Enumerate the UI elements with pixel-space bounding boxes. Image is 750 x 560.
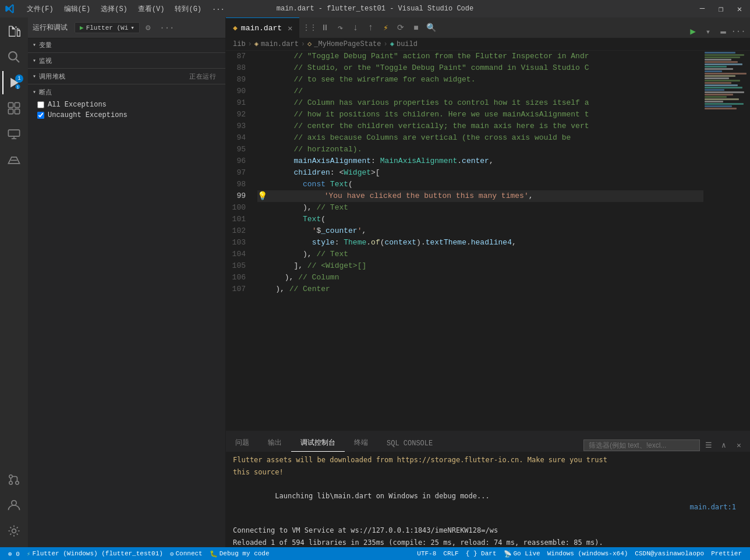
tab-close-icon[interactable]: ✕ [288,23,292,33]
restore-button[interactable]: ❐ [715,3,727,15]
bottom-panel: 问题 输出 调试控制台 终端 SQL CONSOLE ☰ ∧ ✕ Flutter… [226,431,750,547]
uncaught-exceptions-checkbox[interactable] [37,112,44,119]
debug-more-button[interactable]: ··· [156,22,178,34]
main-dart-tab[interactable]: ◆ main.dart ✕ [226,17,299,38]
menu-view[interactable]: 查看(V) [133,3,169,15]
line-101: 101 [226,214,246,225]
activity-bar-bottom [2,468,26,547]
panel-filter-input[interactable] [583,440,700,451]
line-104: 104 [226,249,246,260]
activity-run-debug[interactable]: 1 1 [2,71,26,94]
panel-tab-terminal[interactable]: 终端 [345,434,377,452]
code-line-100: ), // Text [257,202,703,214]
status-bar: ⊗ 0 ⚡ Flutter (Windows) (flutter_test01)… [0,547,750,560]
panel-tab-sql[interactable]: SQL CONSOLE [377,436,442,452]
code-area[interactable]: // "Toggle Debug Paint" action from the … [253,51,703,431]
activity-remote-explorer[interactable] [2,122,26,146]
status-flutter[interactable]: ⚡ Flutter (Windows) (flutter_test01) [23,547,167,560]
menu-file[interactable]: 文件(F) [22,3,58,15]
line-95: 95 [226,144,246,155]
activity-source-control[interactable] [2,468,26,491]
tab-pause-icon[interactable]: ⏸ [318,22,332,34]
status-errors[interactable]: ⊗ 0 [5,547,23,560]
breakpoints-header[interactable]: ▾ 断点 [28,86,225,98]
status-prettier[interactable]: Prettier [707,547,745,560]
flutter-config-selector[interactable]: ▶ Flutter (Wi ▾ [75,22,140,33]
line-99: 99 [226,190,246,202]
tab-hot-reload-icon[interactable]: ⚡ [378,22,392,34]
variables-label: 变量 [39,41,52,49]
status-debug[interactable]: 🐛 Debug my code [206,547,273,560]
all-exceptions-checkbox[interactable] [37,101,44,108]
code-line-95: // horizontal). [257,144,703,155]
lightbulb-icon[interactable]: 💡 [257,190,267,202]
status-connect[interactable]: ⊙ Connect [167,547,206,560]
menu-select[interactable]: 选择(S) [96,3,132,15]
mini-line-9 [705,70,722,72]
line-numbers: 87 88 89 90 91 92 93 94 95 96 97 98 99 1… [226,51,253,431]
tab-stop-icon[interactable]: ■ [409,22,423,34]
tab-label: main.dart [241,24,282,33]
breakpoint-item-uncaught: Uncaught Exceptions [28,110,225,120]
breakpoint-item-all: All Exceptions [28,100,225,110]
mini-line-6 [705,63,742,65]
panel-close-icon[interactable]: ✕ [733,439,745,452]
minimize-button[interactable]: ─ [696,3,708,15]
svg-point-13 [16,481,19,485]
tab-step-over-icon[interactable]: ↷ [333,22,347,34]
breadcrumb-class[interactable]: _MyHomePageState [314,40,381,48]
watch-panel-header[interactable]: ▾ 监视 [28,54,225,67]
status-golive[interactable]: 📡 Go Live [500,547,544,560]
run-button[interactable]: ▶ [686,25,700,38]
split-editor-icon[interactable]: ⋮⋮ [303,22,317,34]
code-line-103: style: Theme.of(context).textTheme.headl… [257,237,703,249]
activity-account[interactable] [2,494,26,517]
panel-tab-output[interactable]: 输出 [259,434,291,452]
menu-bar: 文件(F) 编辑(E) 选择(S) 查看(V) 转到(G) ... [22,3,229,15]
activity-explorer[interactable] [2,20,26,43]
status-line-ending[interactable]: CRLF [440,547,462,560]
menu-edit[interactable]: 编辑(E) [59,3,95,15]
mini-line-10 [705,73,747,75]
more-actions-icon[interactable]: ··· [731,25,745,38]
svg-point-0 [9,52,17,60]
activity-extensions[interactable] [2,97,26,120]
tab-search-icon[interactable]: 🔍 [424,22,438,34]
variables-panel-header[interactable]: ▾ 变量 [28,38,225,51]
activity-search[interactable] [2,45,26,69]
breadcrumb-sep-3: › [384,40,388,48]
status-csdn[interactable]: CSDN@yasinawolaopo [631,547,707,560]
menu-goto[interactable]: 转到(G) [170,3,206,15]
panel-content: Flutter assets will be downloaded from h… [226,452,750,547]
toggle-panel-icon[interactable]: ▬ [716,25,730,38]
panel-tab-problems[interactable]: 问题 [226,434,259,452]
run-split-icon[interactable]: ▾ [701,25,715,38]
call-stack-label: 调用堆栈 [39,72,66,81]
status-encoding[interactable]: UTF-8 [413,547,440,560]
tab-step-out-icon[interactable]: ↑ [363,22,377,34]
line-90: 90 [226,86,246,97]
activity-test[interactable] [2,148,26,171]
tab-restart-icon[interactable]: ⟳ [394,22,408,34]
mini-line-14 [705,82,731,84]
panel-layout-icon[interactable]: ☰ [702,439,715,452]
tab-step-into-icon[interactable]: ↓ [348,22,362,34]
close-button[interactable]: ✕ [734,3,745,15]
svg-rect-6 [8,109,13,114]
breadcrumb-lib[interactable]: lib [233,40,246,48]
panel-chevron-up-icon[interactable]: ∧ [717,439,730,452]
breadcrumb-file[interactable]: main.dart [261,40,299,48]
debug-badge: 1 [15,75,23,83]
menu-more[interactable]: ... [207,3,229,15]
status-language[interactable]: { } Dart [462,547,500,560]
line-88: 88 [226,62,246,74]
breadcrumb-method[interactable]: build [397,40,418,48]
debug-settings-button[interactable]: ⚙ [142,22,154,34]
panel-tab-debug-console[interactable]: 调试控制台 [291,434,345,452]
status-platform[interactable]: Windows (windows-x64) [544,547,632,560]
activity-settings[interactable] [2,519,26,543]
flutter-config-label: Flutter (Wi [86,24,129,31]
call-stack-header[interactable]: ▾ 调用堆栈 正在运行 [28,70,225,83]
mini-line-15 [705,84,738,86]
mini-line-7 [705,66,727,68]
